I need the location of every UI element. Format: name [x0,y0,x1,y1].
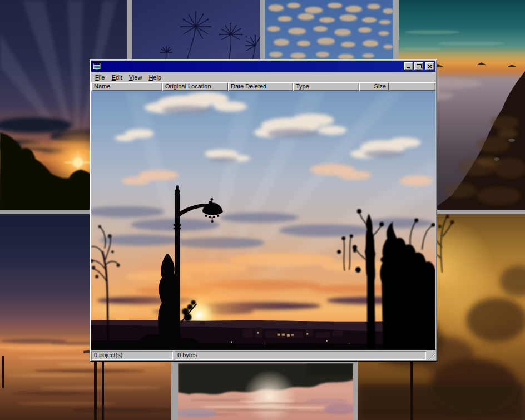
menu-file[interactable]: File [92,73,108,82]
menu-help[interactable]: Help [145,73,165,82]
menu-edit[interactable]: Edit [108,73,126,82]
list-column-headers: Name Original Location Date Deleted Type… [91,82,435,91]
maximize-icon [417,64,422,68]
program-window-icon[interactable] [92,62,101,71]
resize-grip-icon [428,351,435,360]
recycle-bin-window: File Edit View Help Name Original Locati… [90,59,437,362]
resize-grip[interactable] [428,351,435,360]
minimize-button[interactable] [404,62,413,70]
status-bar: 0 object(s) 0 bytes [91,351,435,360]
close-icon [428,65,432,68]
maximize-button[interactable] [414,62,423,70]
photo-tile-pink-reflection [178,363,353,420]
status-bytes: 0 bytes [175,351,426,360]
window-titlebar[interactable] [91,61,435,72]
column-header-original-location[interactable]: Original Location [162,82,228,91]
desktop: { "desktop": { "background_color": "#a2a… [0,0,525,420]
close-button[interactable] [425,62,434,70]
menu-bar: File Edit View Help [91,72,435,82]
column-header-name[interactable]: Name [91,82,162,91]
column-header-type[interactable]: Type [293,82,359,91]
content-photo[interactable] [91,91,435,350]
status-objects: 0 object(s) [91,351,173,360]
column-header-size[interactable]: Size [359,82,389,91]
column-header-date-deleted[interactable]: Date Deleted [228,82,293,91]
minimize-icon [407,65,411,68]
column-header-filler [389,82,435,91]
menu-view[interactable]: View [126,73,146,82]
